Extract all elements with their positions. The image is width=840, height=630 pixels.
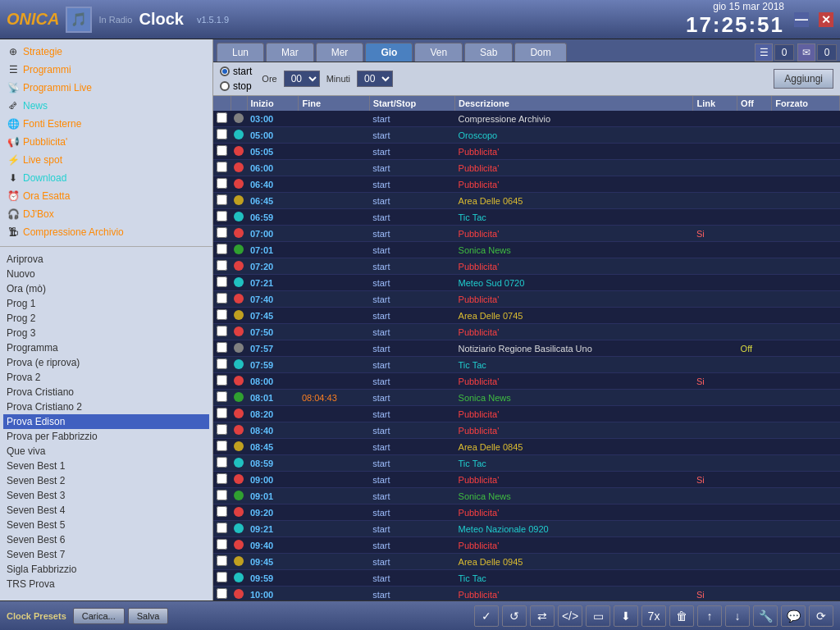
tab-ven[interactable]: Ven [414, 43, 463, 62]
table-row[interactable]: 07:00 start Pubblicita' Si [213, 226, 840, 242]
tool-btn-check[interactable]: ✓ [474, 605, 499, 627]
program-item-15[interactable]: Seven Best 2 [3, 473, 209, 488]
table-row[interactable]: 09:21 start Meteo Nazionale 0920 [213, 521, 840, 537]
program-item-10[interactable]: Prova Cristiano 2 [3, 399, 209, 414]
tool-btn-up[interactable]: ↑ [697, 605, 722, 627]
cell-check-1[interactable] [213, 127, 231, 144]
sidebar-item-download[interactable]: ⬇Download [3, 169, 209, 187]
program-item-7[interactable]: Prova (e riprova) [3, 355, 209, 370]
cell-check-7[interactable] [213, 226, 231, 242]
minuti-select[interactable]: 00153045 [357, 71, 393, 87]
table-row[interactable]: 08:40 start Pubblicita' [213, 422, 840, 439]
program-item-22[interactable]: TRS Prova [3, 577, 209, 591]
program-item-4[interactable]: Prog 2 [3, 311, 209, 326]
cell-check-13[interactable] [213, 324, 231, 340]
aggiungi-button[interactable]: Aggiungi [774, 69, 833, 89]
cell-check-6[interactable] [213, 209, 231, 226]
tool-btn-tool[interactable]: 🔧 [753, 605, 778, 627]
table-row[interactable]: 09:01 start Sonica News [213, 488, 840, 504]
cell-check-28[interactable] [213, 570, 231, 587]
table-row[interactable]: 08:00 start Pubblicita' Si [213, 373, 840, 390]
cell-check-16[interactable] [213, 373, 231, 390]
cell-check-11[interactable] [213, 291, 231, 308]
cell-check-19[interactable] [213, 422, 231, 439]
table-row[interactable]: 08:59 start Tic Tac [213, 455, 840, 472]
sidebar-item-fontiesterne[interactable]: 🌐Fonti Esterne [3, 115, 209, 133]
table-row[interactable]: 09:45 start Area Delle 0945 [213, 554, 840, 570]
table-row[interactable]: 07:45 start Area Delle 0745 [213, 308, 840, 324]
sidebar-item-programmi[interactable]: ☰Programmi [3, 61, 209, 79]
tab-mar[interactable]: Mar [266, 43, 314, 62]
tab-sab[interactable]: Sab [464, 43, 513, 62]
cell-check-17[interactable] [213, 390, 231, 406]
tool-btn-refresh[interactable]: ↺ [502, 605, 527, 627]
table-row[interactable]: 09:59 start Tic Tac [213, 570, 840, 587]
tool-btn-down[interactable]: ↓ [725, 605, 750, 627]
program-item-3[interactable]: Prog 1 [3, 296, 209, 311]
cell-check-10[interactable] [213, 275, 231, 291]
program-item-5[interactable]: Prog 3 [3, 326, 209, 340]
tool-btn-download[interactable]: ⬇ [614, 605, 638, 627]
schedule-table-container[interactable]: Inizio Fine Start/Stop Descrizione Link … [213, 96, 840, 600]
tab-mer[interactable]: Mer [316, 43, 364, 62]
radio-start[interactable]: start [220, 66, 252, 77]
salva-button[interactable]: Salva [128, 608, 169, 624]
table-row[interactable]: 07:59 start Tic Tac [213, 357, 840, 373]
table-row[interactable]: 07:21 start Meteo Sud 0720 [213, 275, 840, 291]
table-row[interactable]: 05:05 start Pubblicita' [213, 144, 840, 160]
cell-check-18[interactable] [213, 406, 231, 422]
cell-check-8[interactable] [213, 242, 231, 258]
cell-check-4[interactable] [213, 176, 231, 193]
program-item-19[interactable]: Seven Best 6 [3, 532, 209, 547]
table-row[interactable]: 07:50 start Pubblicita' [213, 324, 840, 340]
cell-check-23[interactable] [213, 488, 231, 504]
cell-check-20[interactable] [213, 439, 231, 455]
sidebar-item-dj'box[interactable]: 🎧DJ'Box [3, 205, 209, 223]
sidebar-item-livespot[interactable]: ⚡Live spot [3, 151, 209, 169]
table-row[interactable]: 08:20 start Pubblicita' [213, 406, 840, 422]
program-item-18[interactable]: Seven Best 5 [3, 518, 209, 532]
program-item-20[interactable]: Seven Best 7 [3, 547, 209, 562]
table-row[interactable]: 09:00 start Pubblicita' Si [213, 472, 840, 488]
cell-check-5[interactable] [213, 193, 231, 209]
tab-ctrl-icon-1[interactable]: ☰ [755, 43, 773, 62]
tool-btn-delete[interactable]: 🗑 [669, 605, 694, 627]
carica-button[interactable]: Carica... [73, 608, 125, 624]
table-row[interactable]: 07:20 start Pubblicita' [213, 258, 840, 275]
program-item-6[interactable]: Programma [3, 340, 209, 355]
tool-btn-cycle[interactable]: ⟳ [809, 605, 833, 627]
radio-stop[interactable]: stop [220, 80, 252, 92]
sidebar-item-compressionearchivio[interactable]: 🗜Compressione Archivio [3, 223, 209, 241]
tab-dom[interactable]: Dom [514, 43, 566, 62]
table-row[interactable]: 06:45 start Area Delle 0645 [213, 193, 840, 209]
tool-btn-code[interactable]: </> [558, 605, 582, 627]
program-item-13[interactable]: Que viva [3, 444, 209, 459]
table-row[interactable]: 09:40 start Pubblicita' [213, 537, 840, 554]
table-row[interactable]: 08:01 08:04:43 start Sonica News [213, 390, 840, 406]
tool-btn-box[interactable]: ▭ [586, 605, 610, 627]
sidebar-item-news[interactable]: 🗞News [3, 97, 209, 115]
cell-check-24[interactable] [213, 504, 231, 521]
table-row[interactable]: 09:20 start Pubblicita' [213, 504, 840, 521]
cell-check-29[interactable] [213, 587, 231, 601]
cell-check-14[interactable] [213, 340, 231, 357]
table-row[interactable]: 07:01 start Sonica News [213, 242, 840, 258]
sidebar-item-pubblicita'[interactable]: 📢Pubblicita' [3, 133, 209, 151]
table-row[interactable]: 10:00 start Pubblicita' Si [213, 587, 840, 601]
cell-check-22[interactable] [213, 472, 231, 488]
program-item-11[interactable]: Prova Edison [3, 414, 209, 429]
tab-ctrl-icon-2[interactable]: ✉ [797, 43, 815, 62]
cell-check-2[interactable] [213, 144, 231, 160]
cell-check-3[interactable] [213, 160, 231, 176]
cell-check-15[interactable] [213, 357, 231, 373]
program-item-12[interactable]: Prova per Fabbrizzio [3, 429, 209, 444]
program-item-16[interactable]: Seven Best 3 [3, 488, 209, 503]
table-row[interactable]: 07:57 start Notiziario Regione Basilicat… [213, 340, 840, 357]
table-row[interactable]: 05:00 start Oroscopo [213, 127, 840, 144]
program-item-21[interactable]: Sigla Fabbrizzio [3, 562, 209, 577]
table-row[interactable]: 08:45 start Area Delle 0845 [213, 439, 840, 455]
tool-btn-7x[interactable]: 7x [641, 605, 666, 627]
tab-lun[interactable]: Lun [217, 43, 264, 62]
program-item-17[interactable]: Seven Best 4 [3, 503, 209, 518]
tool-btn-shuffle[interactable]: ⇄ [530, 605, 555, 627]
